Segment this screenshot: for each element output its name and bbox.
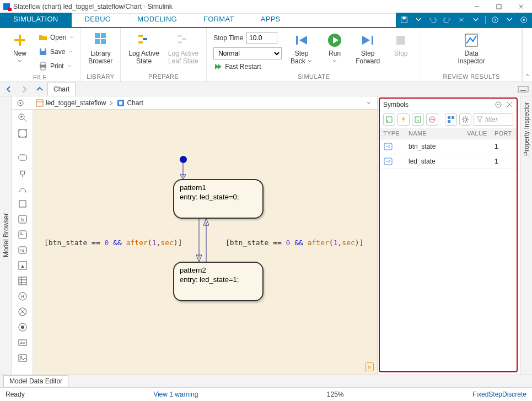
breadcrumb-chart[interactable]: Chart <box>115 98 145 108</box>
nav-tab-chart-label: Chart <box>53 85 69 93</box>
palette-zoom-icon[interactable] <box>18 113 28 123</box>
model-data-editor-tab[interactable]: Model Data Editor <box>3 375 68 387</box>
ribbon-collapse-button[interactable] <box>523 71 532 82</box>
tab-simulation[interactable]: SIMULATION <box>0 13 72 27</box>
redo-icon[interactable] <box>442 15 452 25</box>
tab-debug[interactable]: DEBUG <box>72 13 125 27</box>
palette-fit-icon[interactable] <box>18 128 28 138</box>
nav-tab-chart[interactable]: Chart <box>47 83 76 96</box>
palette-simulink-fn-icon[interactable]: SL <box>18 245 28 255</box>
palette-annotation-icon[interactable]: A≡ <box>18 338 28 348</box>
svg-rect-32 <box>372 36 373 45</box>
col-port[interactable]: PORT <box>491 128 517 139</box>
undo-icon[interactable] <box>428 15 438 25</box>
palette-graphical-fn-icon[interactable] <box>18 230 28 240</box>
qat-save-caret[interactable] <box>413 15 423 25</box>
svg-rect-11 <box>41 48 45 51</box>
col-name[interactable]: NAME <box>405 128 464 139</box>
canvas-corner-button[interactable]: » <box>365 362 374 371</box>
symbols-tree-icon[interactable] <box>445 113 457 126</box>
ribbon-tabstrip: SIMULATION DEBUG MODELING FORMAT APPS ? <box>0 14 532 28</box>
property-inspector-tab[interactable]: Property Inspector <box>520 96 532 375</box>
save-button[interactable]: Save <box>36 46 77 58</box>
chart-icon <box>117 99 125 107</box>
keyboard-icon[interactable] <box>515 83 531 95</box>
transition-down[interactable] <box>196 219 202 263</box>
status-solver[interactable]: FixedStepDiscrete <box>472 391 526 398</box>
symbols-event-icon[interactable] <box>397 113 410 126</box>
svg-rect-54 <box>19 201 26 207</box>
open-button[interactable]: Open <box>36 31 77 44</box>
print-button[interactable]: Print <box>36 60 77 72</box>
qat-save-icon[interactable] <box>399 15 409 25</box>
data-object-icon <box>383 143 393 150</box>
data-label: Data <box>464 50 478 57</box>
run-button[interactable]: Run <box>318 30 351 65</box>
symbols-resolve-icon[interactable] <box>383 113 395 126</box>
step-forward-button[interactable]: StepForward <box>351 30 384 65</box>
palette-default-icon[interactable] <box>18 322 28 332</box>
svg-text:SL: SL <box>20 248 25 253</box>
close-button[interactable] <box>510 0 532 14</box>
table-row[interactable]: led_state 1 <box>380 154 517 169</box>
minimize-button[interactable] <box>466 0 488 14</box>
transition-up[interactable] <box>203 219 209 263</box>
palette-state-icon[interactable] <box>18 153 28 162</box>
symbols-filter-input[interactable]: filter <box>474 113 513 126</box>
simulation-mode-select[interactable]: Normal <box>213 47 282 59</box>
palette-connective-icon[interactable] <box>18 307 28 317</box>
panel-close-icon[interactable] <box>506 101 513 109</box>
state-pattern1-entry: entry: led_state=0; <box>180 193 257 201</box>
library-browser-button[interactable]: LibraryBrowser <box>84 30 117 65</box>
nav-back-button[interactable] <box>1 83 17 95</box>
nav-forward-button[interactable] <box>17 83 32 95</box>
svg-rect-62 <box>19 277 26 285</box>
transition-guard-right[interactable]: [btn_state == 0 && after(1,sec)] <box>225 239 363 247</box>
symbols-settings-icon[interactable] <box>459 113 471 126</box>
fast-restart-row[interactable]: Fast Restart <box>210 62 285 71</box>
qat-more-caret[interactable] <box>471 15 481 25</box>
palette-truth-table-icon[interactable]: ▲ <box>18 261 28 270</box>
symbols-data-icon[interactable]: + <box>412 113 424 126</box>
table-row[interactable]: btn_state 1 <box>380 139 517 154</box>
stop-time-input[interactable] <box>246 32 277 44</box>
state-pattern1[interactable]: pattern1 entry: led_state=0; <box>173 179 264 219</box>
state-pattern2[interactable]: pattern2 entry: led_state=1; <box>173 262 264 301</box>
model-browser-tab[interactable]: Model Browser <box>0 96 12 375</box>
step-back-button[interactable]: StepBack <box>285 30 318 65</box>
palette-image-icon[interactable] <box>18 353 28 363</box>
help-icon[interactable]: ? <box>490 15 500 25</box>
stateflow-canvas[interactable]: pattern1 entry: led_state=0; pattern2 en… <box>33 110 377 375</box>
col-type[interactable]: TYPE <box>380 128 405 139</box>
tab-format[interactable]: FORMAT <box>190 13 248 27</box>
breadcrumb-target-icon[interactable] <box>14 97 26 109</box>
svg-rect-13 <box>41 62 45 65</box>
model-browser-label: Model Browser <box>2 213 10 257</box>
breadcrumb-caret[interactable] <box>363 97 375 109</box>
log-active-state-button[interactable]: Log ActiveState <box>124 30 163 65</box>
palette-box-icon[interactable] <box>18 199 28 209</box>
maximize-button[interactable] <box>488 0 510 14</box>
nav-up-button[interactable] <box>32 83 47 95</box>
status-zoom[interactable]: 125% <box>327 391 344 398</box>
col-value[interactable]: VALUE <box>464 128 491 139</box>
transition-guard-left[interactable]: [btn_state == 0 && after(1,sec)] <box>44 239 182 247</box>
palette-transition-icon[interactable] <box>18 183 28 193</box>
status-warning-link[interactable]: View 1 warning <box>153 391 198 398</box>
symbols-toolbar: + filter <box>380 111 517 128</box>
tab-apps[interactable]: APPS <box>248 13 294 27</box>
palette-junction-icon[interactable] <box>18 168 28 178</box>
panel-options-icon[interactable] <box>495 101 502 109</box>
qat-more-icon[interactable] <box>456 15 466 25</box>
symbols-delete-icon[interactable] <box>426 113 438 126</box>
tab-modeling[interactable]: MODELING <box>124 13 190 27</box>
new-button[interactable]: New <box>3 30 36 65</box>
qat-target-icon[interactable] <box>519 15 529 25</box>
palette-history-icon[interactable]: H <box>18 291 28 301</box>
palette-function-icon[interactable]: fx <box>18 214 28 224</box>
help-caret[interactable] <box>504 15 514 25</box>
palette-table-icon[interactable] <box>18 276 28 286</box>
breadcrumb-root[interactable]: led_toggel_stateflow <box>34 98 108 108</box>
fast-restart-icon <box>213 62 222 71</box>
data-inspector-button[interactable]: DataInspector <box>453 30 489 65</box>
